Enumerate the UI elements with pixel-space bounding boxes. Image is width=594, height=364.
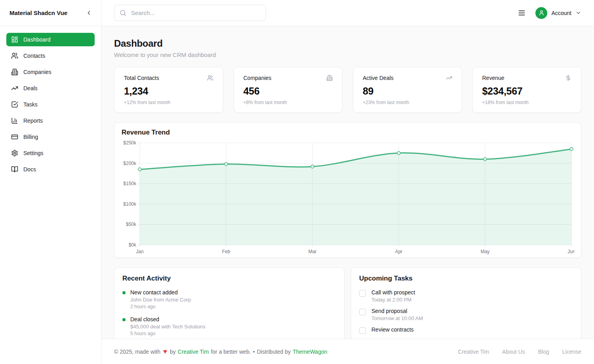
footer-link-license[interactable]: License — [562, 349, 581, 355]
dashboard-icon — [11, 36, 18, 43]
recent-activity-panel: Recent Activity New contact added John D… — [114, 267, 345, 339]
recent-activity-title: Recent Activity — [122, 275, 336, 282]
app-title: Material Shadcn Vue — [10, 9, 67, 16]
sidebar-item-companies[interactable]: Companies — [6, 65, 95, 79]
book-open-icon — [11, 166, 18, 173]
sidebar-item-label: Billing — [23, 134, 38, 140]
stat-value: 89 — [363, 85, 452, 97]
themewagon-link[interactable]: ThemeWagon — [293, 349, 327, 355]
task-checkbox[interactable] — [359, 290, 366, 297]
sidebar-item-label: Contacts — [23, 53, 45, 59]
sidebar-item-deals[interactable]: Deals — [6, 82, 95, 95]
trending-up-icon — [11, 85, 18, 92]
sidebar-item-settings[interactable]: Settings — [6, 146, 95, 160]
svg-text:Apr: Apr — [395, 249, 403, 254]
stat-change: +23% from last month — [363, 100, 452, 105]
creative-tim-link[interactable]: Creative Tim — [178, 349, 209, 355]
task-checkbox[interactable] — [359, 327, 366, 334]
check-square-icon — [11, 101, 18, 108]
activity-item: New contact added John Doe from Acme Cor… — [122, 289, 336, 309]
svg-text:Mar: Mar — [308, 249, 317, 254]
stat-value: 456 — [244, 85, 333, 97]
sidebar-item-contacts[interactable]: Contacts — [6, 49, 95, 63]
activity-dot-icon — [122, 318, 126, 321]
chart-title: Revenue Trend — [122, 129, 575, 136]
task-time: Today at 2:00 PM — [371, 297, 415, 303]
chevron-down-icon — [575, 10, 581, 16]
users-icon — [207, 75, 213, 81]
search-box — [114, 5, 266, 21]
sidebar-item-dashboard[interactable]: Dashboard — [6, 33, 95, 46]
dollar-icon — [565, 75, 571, 81]
stat-value: 1,234 — [124, 85, 213, 97]
upcoming-tasks-title: Upcoming Tasks — [359, 275, 573, 282]
sidebar: Material Shadcn Vue Dashboard Contacts C… — [0, 0, 101, 364]
task-item: Call with prospect Today at 2:00 PM — [359, 289, 573, 303]
search-icon — [120, 9, 126, 16]
stat-card-active-deals: Active Deals 89 +23% from last month — [353, 67, 462, 113]
copyright-text: © 2025, made with — [114, 349, 160, 355]
stats-grid: Total Contacts 1,234 +12% from last mont… — [114, 67, 581, 113]
hamburger-menu-icon — [518, 9, 526, 17]
sidebar-item-label: Settings — [23, 150, 44, 157]
task-title: Send proposal — [371, 308, 423, 314]
distributed-text: Distributed by — [257, 349, 291, 355]
sidebar-item-label: Dashboard — [23, 36, 51, 43]
sidebar-item-docs[interactable]: Docs — [6, 163, 95, 176]
revenue-trend-chart: $0k$50k$100k$150k$200k$250kJanFebMarAprM… — [121, 140, 575, 255]
sidebar-item-reports[interactable]: Reports — [6, 114, 95, 127]
credit-card-icon — [11, 133, 18, 140]
task-title: Review contracts — [371, 326, 414, 333]
trending-up-icon — [446, 75, 452, 81]
bar-chart-icon — [11, 117, 18, 124]
stat-card-total-contacts: Total Contacts 1,234 +12% from last mont… — [114, 67, 223, 113]
sidebar-item-label: Companies — [23, 69, 51, 76]
sidebar-item-billing[interactable]: Billing — [6, 130, 95, 144]
svg-text:$50k: $50k — [126, 222, 137, 227]
svg-text:Jun: Jun — [567, 249, 575, 254]
heart-icon: ♥ — [163, 348, 167, 355]
task-time: Tomorrow at 10:00 AM — [371, 315, 423, 321]
svg-text:Jan: Jan — [136, 249, 143, 254]
stat-label: Companies — [244, 75, 272, 81]
menu-button[interactable] — [517, 8, 527, 18]
user-icon — [539, 10, 544, 16]
footer-link-creative-tim[interactable]: Creative Tim — [458, 349, 489, 355]
stat-card-revenue: Revenue $234,567 +18% from last month — [472, 67, 582, 113]
stat-card-companies: Companies 456 +8% from last month — [234, 67, 343, 113]
activity-dot-icon — [122, 291, 126, 294]
sidebar-item-tasks[interactable]: Tasks — [6, 98, 95, 111]
sidebar-collapse-button[interactable] — [84, 8, 94, 18]
activity-time: 5 hours ago — [130, 331, 206, 336]
tagline-text: for a better web. — [211, 349, 251, 355]
sidebar-item-label: Deals — [23, 85, 38, 92]
footer-credits: © 2025, made with ♥ by Creative Tim for … — [114, 348, 327, 355]
svg-text:$150k: $150k — [123, 181, 137, 186]
footer-link-about-us[interactable]: About Us — [502, 349, 525, 355]
stat-label: Total Contacts — [124, 75, 159, 81]
task-checkbox[interactable] — [359, 309, 366, 315]
main-area: Account Dashboard Welcome to your new CR… — [101, 0, 594, 364]
topbar-right: Account — [517, 7, 581, 19]
building-icon — [11, 68, 18, 76]
gear-icon — [11, 150, 18, 157]
search-input[interactable] — [130, 9, 261, 17]
footer-nav: Creative Tim About Us Blog License — [458, 349, 581, 355]
svg-text:$0k: $0k — [129, 242, 137, 248]
account-menu-button[interactable]: Account — [535, 7, 581, 19]
bottom-grid: Recent Activity New contact added John D… — [114, 267, 581, 339]
sidebar-item-label: Docs — [23, 166, 36, 173]
page-subtitle: Welcome to your new CRM dashboard — [114, 51, 581, 58]
task-title: Call with prospect — [371, 289, 415, 296]
task-item: Review contracts — [359, 326, 573, 334]
footer: © 2025, made with ♥ by Creative Tim for … — [101, 339, 594, 364]
svg-text:$250k: $250k — [123, 140, 137, 146]
sidebar-nav: Dashboard Contacts Companies Deals Tasks — [0, 26, 101, 183]
svg-text:$200k: $200k — [123, 161, 137, 166]
footer-link-blog[interactable]: Blog — [538, 349, 549, 355]
stat-change: +8% from last month — [244, 100, 333, 105]
svg-text:May: May — [481, 249, 490, 254]
sidebar-item-label: Tasks — [23, 101, 38, 108]
activity-title: New contact added — [130, 289, 191, 296]
separator-dot: • — [253, 349, 255, 355]
